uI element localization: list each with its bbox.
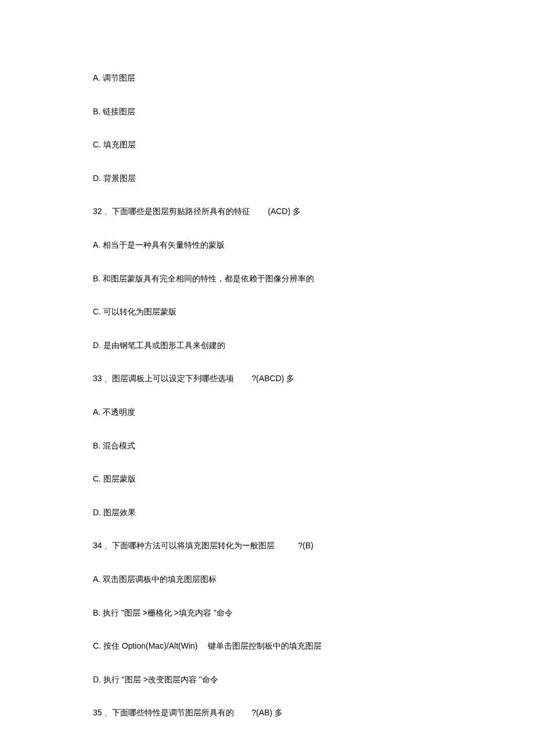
line-text: B. 执行 "图层 >栅格化 >填充内容 "命令 — [93, 608, 233, 617]
text-line: 34 、下面哪种方法可以将填充图层转化为一般图层?(B) — [93, 540, 441, 552]
text-line: A. 不透明度 — [93, 407, 441, 418]
line-part: C. 按住 Option(Mac)/Alt(Win) — [93, 641, 197, 650]
text-line: B. 链接图层 — [93, 106, 441, 118]
text-line: A. 调节图层 — [93, 73, 441, 84]
line-part: 34 、下面哪种方法可以将填充图层转化为一般图层 — [93, 541, 275, 550]
line-text: A. 双击图层调板中的填充图层图标 — [93, 574, 217, 584]
line-text: A. 调节图层 — [93, 73, 135, 82]
text-line: 32 、下面哪些是图层剪贴路径所具有的特征(ACD) 多 — [93, 206, 441, 218]
line-text: D. 背景图层 — [93, 173, 136, 183]
line-part: (ACD) 多 — [268, 207, 301, 216]
text-line: C. 可以转化为图层蒙版 — [93, 306, 441, 318]
line-text: B. 和图层蒙版具有完全相同的特性，都是依赖于图像分辨率的 — [93, 274, 314, 283]
line-text: A. 不透明度 — [93, 407, 135, 417]
line-text: D. 是由钢笔工具或图形工具来创建的 — [93, 341, 225, 350]
line-part: ?(B) — [298, 541, 313, 550]
line-text: C. 图层蒙版 — [93, 474, 136, 483]
text-line: D. 是由钢笔工具或图形工具来创建的 — [93, 340, 441, 352]
text-line: D. 图层效果 — [93, 507, 441, 519]
line-part: 35 、下面哪些特性是调节图层所具有的 — [93, 708, 234, 717]
line-text: D. 执行 "图层 >改变图层内容 "命令 — [93, 675, 218, 684]
line-text: A. 相当于是一种具有矢量特性的蒙版 — [93, 240, 225, 249]
text-line: A. 双击图层调板中的填充图层图标 — [93, 574, 441, 585]
line-text: C. 填充图层 — [93, 140, 136, 149]
line-text: D. 图层效果 — [93, 508, 136, 517]
line-text: B. 链接图层 — [93, 107, 135, 116]
line-part: 键单击图层控制板中的填充图层 — [208, 641, 322, 650]
text-line: 35 、下面哪些特性是调节图层所具有的?(AB) 多 — [93, 707, 441, 719]
text-line: D. 执行 "图层 >改变图层内容 "命令 — [93, 674, 441, 686]
text-line: C. 按住 Option(Mac)/Alt(Win)键单击图层控制板中的填充图层 — [93, 641, 441, 652]
text-line: A. 相当于是一种具有矢量特性的蒙版 — [93, 240, 441, 251]
text-line: 33 、图层调板上可以设定下列哪些选项?(ABCD) 多 — [93, 373, 441, 385]
text-line: C. 图层蒙版 — [93, 473, 441, 485]
document-body: A. 调节图层B. 链接图层C. 填充图层D. 背景图层32 、下面哪些是图层剪… — [93, 73, 441, 719]
line-text: B. 混合模式 — [93, 441, 135, 450]
text-line: B. 混合模式 — [93, 440, 441, 452]
line-part: ?(AB) 多 — [251, 708, 283, 717]
line-part: 33 、图层调板上可以设定下列哪些选项 — [93, 374, 234, 383]
text-line: D. 背景图层 — [93, 173, 441, 185]
text-line: B. 和图层蒙版具有完全相同的特性，都是依赖于图像分辨率的 — [93, 273, 441, 285]
text-line: C. 填充图层 — [93, 139, 441, 151]
text-line: B. 执行 "图层 >栅格化 >填充内容 "命令 — [93, 607, 441, 619]
line-part: 32 、下面哪些是图层剪贴路径所具有的特征 — [93, 207, 250, 216]
line-text: C. 可以转化为图层蒙版 — [93, 307, 176, 316]
line-part: ?(ABCD) 多 — [251, 374, 294, 383]
